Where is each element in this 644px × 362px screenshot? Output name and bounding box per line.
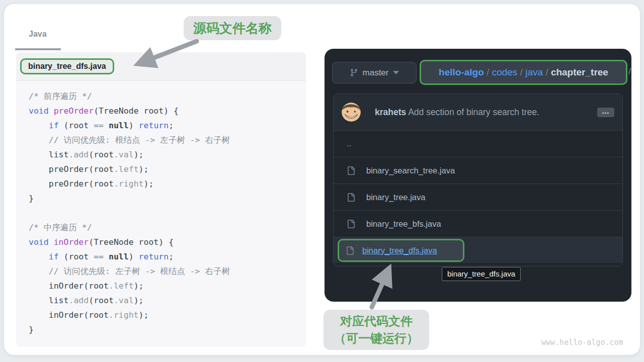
file-icon xyxy=(347,166,355,175)
breadcrumb-segment-chapter_tree: chapter_tree xyxy=(551,67,608,78)
breadcrumb-separator: / xyxy=(543,67,551,78)
breadcrumb-segment-hello-algo[interactable]: hello-algo xyxy=(439,67,484,78)
code-line: preOrder(root.left); xyxy=(29,162,301,176)
code-line: /* 前序遍历 */ xyxy=(29,89,301,104)
code-line: preOrder(root.right); xyxy=(29,176,301,191)
link-tooltip: binary_tree_dfs.java xyxy=(442,267,521,281)
file-link[interactable]: binary_tree_dfs.java xyxy=(362,246,437,255)
code-line: // 访问优先级: 根结点 -> 左子树 -> 右子树 xyxy=(29,133,301,147)
branch-selector-button[interactable]: master xyxy=(332,62,417,83)
code-line: if (root == null) return; xyxy=(29,249,301,264)
file-row-binary_tree_bfs.java[interactable]: binary_tree_bfs.java xyxy=(334,210,622,237)
commit-summary[interactable]: Add section of binary search tree. xyxy=(406,107,539,117)
commit-more-button[interactable]: … xyxy=(597,108,614,117)
code-line xyxy=(29,206,301,220)
file-link[interactable]: binary_tree.java xyxy=(366,193,425,202)
code-line: /* 中序遍历 */ xyxy=(29,220,301,235)
tab-active-indicator xyxy=(15,48,61,50)
breadcrumb-separator: / xyxy=(484,67,492,78)
code-line: } xyxy=(29,322,301,337)
highlighted-file-annotation-box: binary_tree_dfs.java xyxy=(338,239,464,262)
breadcrumb-trailing-slash: / xyxy=(628,66,631,77)
file-row-binary_tree_dfs.java[interactable]: binary_tree_dfs.java xyxy=(334,237,622,263)
file-icon xyxy=(347,220,355,228)
annotation-code-file-line1: 对应代码文件 xyxy=(324,313,429,330)
file-link[interactable]: binary_search_tree.java xyxy=(366,166,455,175)
breadcrumb-segment-codes[interactable]: codes xyxy=(492,67,518,78)
code-line: list.add(root.val); xyxy=(29,147,301,162)
breadcrumb-separator: / xyxy=(517,67,525,78)
breadcrumb-segment-java[interactable]: java xyxy=(525,67,543,78)
code-line: if (root == null) return; xyxy=(29,118,301,133)
commit-message: krahets Add section of binary search tre… xyxy=(375,107,539,118)
latest-commit-row: krahets Add section of binary search tre… xyxy=(334,94,622,130)
code-title-bar: binary_tree_dfs.java xyxy=(16,52,306,81)
code-block: /* 前序遍历 */void preOrder(TreeNode root) {… xyxy=(16,81,306,337)
annotation-code-file: 对应代码文件 （可一键运行） xyxy=(324,310,429,350)
code-line: inOrder(root.right); xyxy=(29,308,301,322)
chevron-down-icon xyxy=(393,71,399,74)
watermark: www.hello-algo.com xyxy=(541,338,623,347)
commit-author[interactable]: krahets xyxy=(375,107,406,117)
file-rows: ..binary_search_tree.javabinary_tree.jav… xyxy=(334,130,622,263)
code-line: void inOrder(TreeNode root) { xyxy=(29,235,301,249)
illustration-canvas: Java binary_tree_dfs.java /* 前序遍历 */void… xyxy=(4,4,640,355)
code-line: inOrder(root.left); xyxy=(29,279,301,293)
annotation-source-filename: 源码文件名称 xyxy=(184,16,281,40)
code-line: void preOrder(TreeNode root) { xyxy=(29,104,301,118)
code-line: list.add(root.val); xyxy=(29,293,301,308)
file-icon xyxy=(347,193,355,202)
breadcrumb: hello-algo / codes / java / chapter_tree xyxy=(420,60,627,85)
file-icon xyxy=(346,246,354,255)
annotation-code-file-line2: （可一键运行） xyxy=(324,330,429,347)
file-row-binary_search_tree.java[interactable]: binary_search_tree.java xyxy=(334,157,622,184)
tab-java[interactable]: Java xyxy=(29,30,47,39)
code-card: binary_tree_dfs.java /* 前序遍历 */void preO… xyxy=(16,52,306,347)
code-filename: binary_tree_dfs.java xyxy=(28,62,106,70)
file-link[interactable]: binary_tree_bfs.java xyxy=(366,219,441,229)
code-line: // 访问优先级: 左子树 -> 根结点 -> 右子树 xyxy=(29,264,301,279)
git-branch-icon xyxy=(350,68,358,77)
avatar[interactable] xyxy=(342,103,361,122)
branch-name: master xyxy=(363,68,389,78)
filename-annotation-box: binary_tree_dfs.java xyxy=(20,58,114,74)
file-list-box: krahets Add section of binary search tre… xyxy=(333,94,623,266)
parent-directory-link[interactable]: .. xyxy=(347,139,351,149)
github-file-browser: master hello-algo / codes / java / chapt… xyxy=(325,49,631,302)
file-row-up[interactable]: .. xyxy=(334,130,622,157)
code-line: } xyxy=(29,191,301,206)
file-row-binary_tree.java[interactable]: binary_tree.java xyxy=(334,184,622,210)
